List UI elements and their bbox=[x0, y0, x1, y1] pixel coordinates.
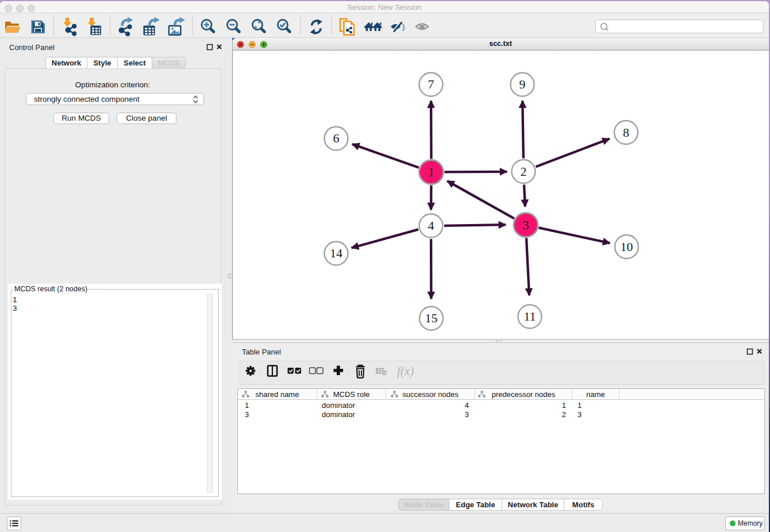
svg-text:3: 3 bbox=[523, 218, 529, 232]
svg-text:f(x): f(x) bbox=[397, 364, 414, 378]
svg-text:7: 7 bbox=[428, 77, 434, 91]
svg-text:11: 11 bbox=[523, 309, 536, 323]
svg-text:9: 9 bbox=[519, 77, 526, 91]
svg-text:14: 14 bbox=[330, 246, 342, 260]
svg-text:15: 15 bbox=[425, 311, 438, 325]
svg-text:2: 2 bbox=[521, 164, 527, 179]
svg-text:6: 6 bbox=[333, 131, 340, 145]
svg-text:10: 10 bbox=[621, 240, 633, 254]
svg-text:8: 8 bbox=[623, 125, 629, 140]
svg-text:1: 1 bbox=[428, 165, 434, 179]
svg-text:4: 4 bbox=[428, 218, 434, 233]
